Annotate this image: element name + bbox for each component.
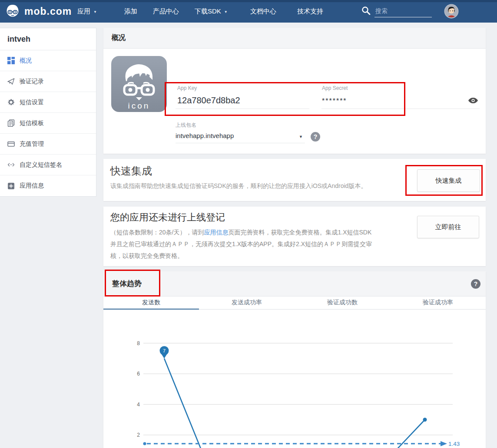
quick-integration-button[interactable]: 快速集成 [417, 169, 480, 192]
sidebar-item-sms-settings[interactable]: 短信设置 [0, 92, 96, 113]
registration-panel: 您的应用还未进行上线登记 （短信条数限制：20条/天），请到应用信息页面完善资料… [103, 207, 486, 266]
sidebar-item-verify-records[interactable]: 验证记录 [0, 71, 96, 92]
package-label: 上线包名 [176, 122, 196, 129]
nav-item-label: 产品中心 [153, 7, 179, 16]
nav-item-product-center[interactable]: 产品中心 [153, 0, 179, 23]
sidebar-item-label: 概况 [20, 57, 32, 65]
sidebar-item-label: 应用信息 [20, 182, 44, 190]
quick-integration-description: 该集成指南帮助您快速集成短信验证码SDK的服务，顺利的让您的应用接入iOS或An… [110, 182, 367, 190]
svg-text:2: 2 [137, 432, 140, 438]
go-now-button[interactable]: 立即前往 [417, 216, 479, 238]
quick-integration-title: 快速集成 [110, 164, 152, 178]
card-icon [7, 140, 15, 148]
sidebar-item-overview[interactable]: 概况 [0, 50, 96, 71]
svg-text:8: 8 [137, 340, 140, 346]
nav-item-add[interactable]: 添加 [124, 0, 137, 23]
svg-text:7: 7 [163, 348, 166, 353]
nav-item-doc-center[interactable]: 文档中心 [250, 0, 276, 23]
sidebar-item-app-info[interactable]: 应用信息 [0, 175, 96, 196]
trend-title: 整体趋势 [112, 279, 142, 289]
nav-item-label: 文档中心 [250, 7, 276, 16]
nav-item-label: 应用 [77, 7, 90, 16]
sidebar-item-recharge[interactable]: 充值管理 [0, 134, 96, 155]
sidebar-item-label: 验证记录 [20, 78, 44, 86]
nav-item-download-sdk[interactable]: 下载SDK▼ [195, 0, 228, 23]
tab-verified-count[interactable]: 验证成功数 [295, 296, 390, 309]
app-key-value: 12a780e7d8ba2 [177, 96, 240, 105]
top-navbar: mob.com 应用▼添加产品中心下载SDK▼文档中心技术支持 [0, 0, 497, 23]
tab-verified-rate[interactable]: 验证成功率 [390, 296, 486, 309]
registration-title: 您的应用还未进行上线登记 [110, 211, 225, 224]
nav-item-label: 下载SDK [195, 7, 221, 16]
sidebar-item-label: 自定义短信签名 [20, 161, 62, 169]
app-secret-value: ******* [322, 97, 347, 105]
user-avatar[interactable] [444, 4, 459, 19]
grid-icon [7, 57, 15, 64]
chevron-down-icon: ▼ [93, 10, 97, 14]
nav-item-apps[interactable]: 应用▼ [77, 0, 97, 23]
logo-text: mob.com [24, 6, 72, 17]
send-icon [7, 78, 15, 85]
nav-item-support[interactable]: 技术支持 [297, 0, 323, 23]
package-select-value[interactable]: intvehapp.intvehapp [176, 132, 234, 139]
gear-icon [7, 99, 15, 106]
registration-text-before: （短信条数限制：20条/天），请到 [110, 229, 204, 236]
trend-line-chart[interactable]: 246871.43 [103, 309, 486, 448]
sidebar-item-custom-signature[interactable]: 自定义短信签名 [0, 155, 96, 175]
trend-help-icon[interactable]: ? [471, 279, 480, 289]
sidebar-menu: 概况验证记录短信设置短信模板充值管理自定义短信签名应用信息 [0, 50, 96, 196]
svg-text:4: 4 [137, 402, 140, 408]
mob-mascot-icon [4, 2, 21, 20]
overview-panel-title: 概况 [103, 28, 486, 49]
quick-integration-panel: 快速集成 该集成指南帮助您快速集成短信验证码SDK的服务，顺利的让您的应用接入i… [103, 159, 486, 201]
registration-body: （短信条数限制：20条/天），请到应用信息页面完善资料，获取完全免费资格。集成1… [110, 227, 374, 262]
search-input[interactable] [374, 6, 432, 17]
package-underline [176, 143, 305, 143]
sidebar-item-sms-templates[interactable]: 短信模板 [0, 113, 96, 134]
app-secret-underline [321, 109, 480, 109]
tab-sent-count[interactable]: 发送数 [103, 296, 199, 309]
svg-text:1.43: 1.43 [448, 441, 460, 447]
reveal-secret-eye-icon[interactable] [467, 96, 479, 106]
app-info-link[interactable]: 应用信息 [204, 229, 228, 236]
app-gear-icon [7, 182, 15, 190]
tab-sent-rate[interactable]: 发送成功率 [199, 296, 295, 309]
package-help-icon[interactable]: ? [311, 132, 320, 142]
code-icon [7, 161, 15, 168]
overview-panel: 概况 icon App Key 12a780e7d8ba2 App Secret… [103, 28, 486, 154]
sidebar-item-label: 短信模板 [20, 119, 44, 127]
nav-item-label: 技术支持 [297, 7, 323, 16]
package-dropdown-caret-icon[interactable]: ▼ [299, 135, 303, 139]
app-key-label: App Key [177, 85, 197, 91]
mob-logo[interactable]: mob.com [4, 2, 72, 20]
sidebar: intveh 概况验证记录短信设置短信模板充值管理自定义短信签名应用信息 [0, 28, 96, 197]
sidebar-item-label: 充值管理 [20, 140, 44, 148]
svg-text:6: 6 [137, 371, 140, 377]
svg-text:icon: icon [128, 101, 150, 110]
app-secret-label: App Secret [322, 85, 348, 91]
sidebar-app-name: intveh [0, 28, 96, 50]
sidebar-item-label: 短信设置 [20, 99, 44, 106]
templates-icon [7, 119, 15, 127]
trend-tabs: 发送数发送成功率验证成功数验证成功率 [103, 296, 486, 310]
app-key-underline [176, 109, 309, 109]
chevron-down-icon: ▼ [224, 10, 228, 14]
nav-item-label: 添加 [124, 7, 137, 16]
app-icon: icon [111, 56, 167, 112]
search-icon[interactable] [361, 6, 371, 15]
